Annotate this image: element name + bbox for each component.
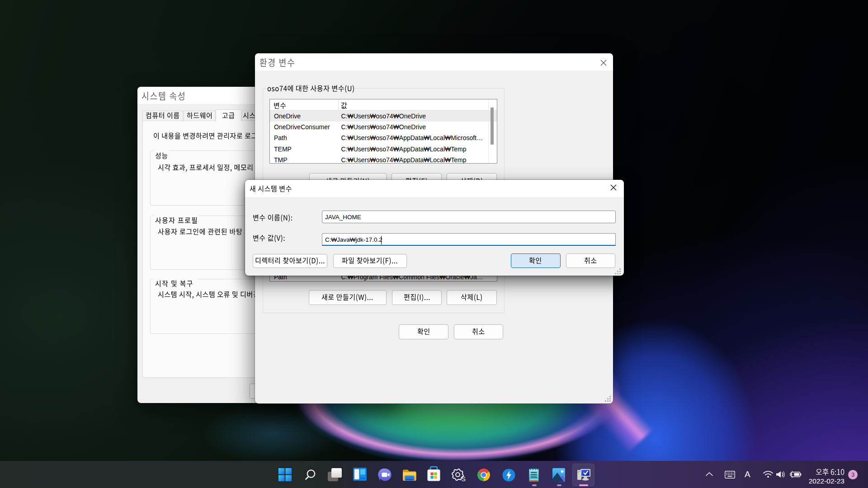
svg-text:S: S bbox=[462, 475, 466, 482]
